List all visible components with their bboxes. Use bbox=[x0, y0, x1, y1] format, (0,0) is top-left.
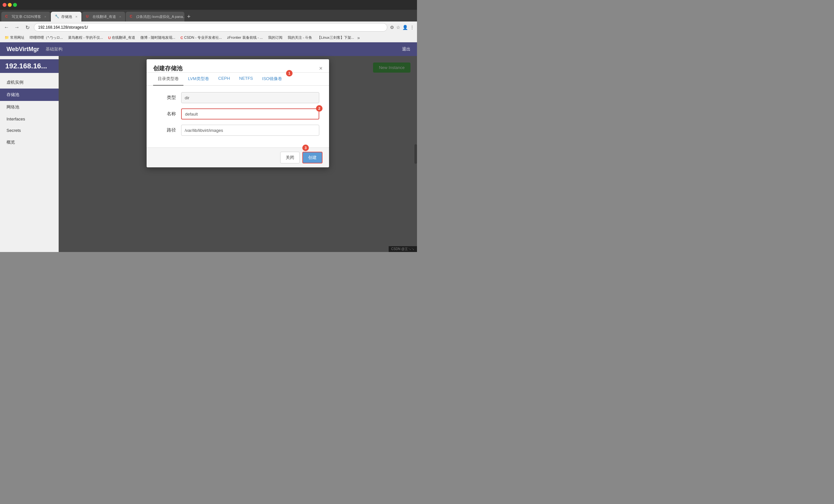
bookmark-linux[interactable]: 【Linux三剑客】下架... bbox=[315, 35, 356, 41]
wv-main: 192.168.16... 虚机实例 存储池 网络池 Interfaces Se… bbox=[0, 56, 417, 252]
name-input[interactable] bbox=[181, 109, 319, 119]
type-label: 类型 bbox=[156, 95, 176, 100]
form-group-type: 类型 bbox=[156, 92, 319, 103]
sidebar-item-network[interactable]: 网络池 bbox=[0, 101, 59, 113]
nav-link-infra[interactable]: 基础架构 bbox=[46, 46, 63, 52]
modal-tab-netfs[interactable]: NETFS bbox=[235, 73, 258, 86]
bookmarks-more-icon[interactable]: » bbox=[357, 35, 360, 40]
tab-close-csdn[interactable]: × bbox=[44, 15, 46, 19]
tab-title-storage: 存储池 bbox=[61, 14, 72, 19]
modal-title: 创建存储池 bbox=[153, 65, 182, 72]
tab-youdao[interactable]: U 在线翻译_有道 × bbox=[82, 12, 126, 22]
modal-dialog: 创建存储池 × 目录类型卷 LVM类型卷 CEPH NETFS ISO镜像卷 bbox=[147, 59, 329, 167]
form-group-path: 路径 bbox=[156, 125, 319, 136]
logout-link[interactable]: 退出 bbox=[402, 46, 411, 52]
modal-close-btn[interactable]: × bbox=[319, 65, 323, 71]
modal-tab-lvm[interactable]: LVM类型卷 bbox=[183, 73, 214, 86]
sidebar-host-label: 192.168.16... bbox=[0, 59, 59, 73]
bookmark-runoob[interactable]: 菜鸟教程 - 学的不仅... bbox=[66, 35, 105, 41]
bookmark-icon[interactable]: ☆ bbox=[396, 25, 400, 30]
csdn-favicon-bm: C bbox=[180, 36, 183, 40]
tab-csdn[interactable]: C 写文章-CSDN博客 × bbox=[1, 12, 50, 22]
address-right-icons: ⚙ ☆ 👤 ⋮ bbox=[390, 25, 414, 30]
address-bar: ← → ↻ ⚙ ☆ 👤 ⋮ bbox=[0, 22, 417, 33]
tab-close-youdao[interactable]: × bbox=[119, 15, 121, 19]
bookmark-weibo[interactable]: 微博 - 随时随地发现... bbox=[138, 35, 177, 41]
tab-title-youdao: 在线翻译_有道 bbox=[92, 14, 116, 19]
tab-favicon-storage: 🔧 bbox=[55, 14, 59, 19]
bookmark-zfrontier[interactable]: zFrontier 装备前线 - ... bbox=[225, 35, 265, 41]
sidebar: 192.168.16... 虚机实例 存储池 网络池 Interfaces Se… bbox=[0, 56, 59, 252]
tab-favicon-youdao: U bbox=[86, 14, 91, 19]
settings-icon[interactable]: ⋮ bbox=[410, 25, 414, 30]
tab-title-kvm: (2条消息) kvm虚拟化_A pana... bbox=[136, 14, 184, 19]
bookmark-csdn[interactable]: C CSDN - 专业开发者社... bbox=[178, 35, 224, 41]
modal-header: 创建存储池 × bbox=[147, 59, 329, 73]
forward-btn[interactable]: → bbox=[13, 23, 21, 31]
back-btn[interactable]: ← bbox=[3, 23, 10, 31]
modal-tab-iso[interactable]: ISO镜像卷 bbox=[258, 73, 287, 86]
extensions-icon[interactable]: ⚙ bbox=[390, 25, 394, 30]
modal-tabs: 目录类型卷 LVM类型卷 CEPH NETFS ISO镜像卷 bbox=[147, 73, 329, 86]
minimize-window-btn[interactable] bbox=[8, 3, 12, 7]
sidebar-item-interfaces[interactable]: Interfaces bbox=[0, 113, 59, 125]
bookmark-bilibili[interactable]: 哔哩哔哩（*-*)っロ... bbox=[28, 35, 65, 41]
tab-favicon-csdn: C bbox=[5, 14, 10, 19]
folder-icon: 📁 bbox=[4, 36, 9, 40]
bookmark-douyu[interactable]: 我的关注 - 斗鱼 bbox=[286, 35, 314, 41]
modal-tab-dir[interactable]: 目录类型卷 bbox=[153, 73, 183, 86]
name-label: 名称 bbox=[156, 111, 176, 117]
refresh-btn[interactable]: ↻ bbox=[23, 23, 31, 31]
modal-tab-ceph[interactable]: CEPH bbox=[214, 73, 235, 86]
new-tab-btn[interactable]: + bbox=[185, 12, 193, 22]
wv-content: New Instance 创建存储池 × 目录类型卷 LVM类型卷 bbox=[59, 56, 417, 252]
youdao-favicon: U bbox=[108, 36, 111, 40]
sidebar-item-storage[interactable]: 存储池 bbox=[0, 89, 59, 101]
modal-footer: 3 关闭 创建 bbox=[147, 147, 329, 167]
modal-body: 类型 名称 2 路径 bbox=[147, 86, 329, 147]
page-content: WebVirtMgr 基础架构 退出 192.168.16... 虚机实例 存储… bbox=[0, 42, 417, 252]
title-bar bbox=[0, 0, 417, 10]
bookmark-orders[interactable]: 我的订阅 bbox=[266, 35, 284, 41]
close-modal-btn[interactable]: 关闭 bbox=[280, 152, 300, 163]
step-3-badge: 3 bbox=[302, 144, 309, 151]
path-label: 路径 bbox=[156, 127, 176, 133]
wv-header: WebVirtMgr 基础架构 退出 bbox=[0, 42, 417, 56]
close-window-btn[interactable] bbox=[3, 3, 6, 7]
bookmark-changyon[interactable]: 📁 常用网址 bbox=[3, 35, 26, 41]
sidebar-item-vms[interactable]: 虚机实例 bbox=[0, 76, 59, 89]
tab-title-csdn: 写文章-CSDN博客 bbox=[12, 14, 41, 19]
browser-chrome: C 写文章-CSDN博客 × 🔧 存储池 × U 在线翻译_有道 × C (2条… bbox=[0, 0, 417, 42]
tab-close-storage[interactable]: × bbox=[75, 15, 77, 19]
step-1-badge: 1 bbox=[286, 70, 292, 76]
create-btn[interactable]: 创建 bbox=[302, 152, 323, 163]
path-input[interactable] bbox=[181, 125, 319, 136]
modal-overlay: 创建存储池 × 目录类型卷 LVM类型卷 CEPH NETFS ISO镜像卷 bbox=[59, 56, 417, 252]
tab-kvm[interactable]: C (2条消息) kvm虚拟化_A pana... × bbox=[126, 12, 184, 22]
tab-storage[interactable]: 🔧 存储池 × bbox=[51, 12, 81, 22]
brand-logo: WebVirtMgr bbox=[6, 46, 39, 53]
sidebar-item-secrets[interactable]: Secrets bbox=[0, 125, 59, 136]
maximize-window-btn[interactable] bbox=[13, 3, 17, 7]
tab-favicon-kvm: C bbox=[130, 14, 134, 19]
form-group-name: 名称 2 bbox=[156, 109, 319, 119]
bookmarks-bar: 📁 常用网址 哔哩哔哩（*-*)っロ... 菜鸟教程 - 学的不仅... U 在… bbox=[0, 33, 417, 42]
step-2-badge: 2 bbox=[316, 105, 323, 112]
bookmark-youdao[interactable]: U 在线翻译_有道 bbox=[106, 35, 137, 41]
tabs-bar: C 写文章-CSDN博客 × 🔧 存储池 × U 在线翻译_有道 × C (2条… bbox=[0, 10, 417, 22]
type-input[interactable] bbox=[181, 92, 319, 103]
user-icon[interactable]: 👤 bbox=[402, 25, 408, 30]
address-input[interactable] bbox=[34, 23, 387, 31]
sidebar-item-overview[interactable]: 概览 bbox=[0, 136, 59, 148]
